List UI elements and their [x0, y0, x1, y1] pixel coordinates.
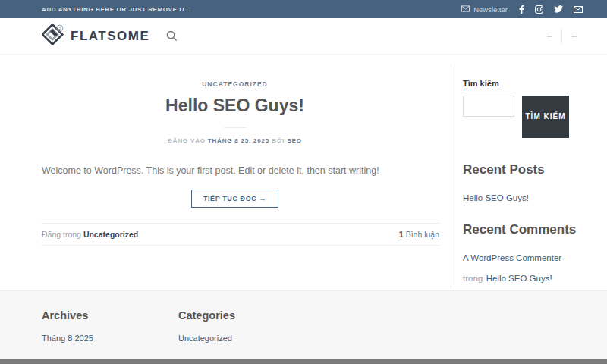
header-right-dash[interactable]	[571, 36, 577, 37]
categories-widget: Categories Uncategorized	[178, 309, 315, 359]
posted-in-label: Đăng trong	[42, 230, 81, 239]
posted-in: Đăng trong Uncategorized	[42, 230, 138, 239]
newsletter-link[interactable]: Newsletter	[461, 5, 508, 14]
topbar-right: Newsletter	[461, 5, 583, 14]
post-author-link[interactable]: SEO	[287, 137, 301, 144]
facebook-icon[interactable]	[519, 5, 524, 14]
by-label: BỞI	[272, 137, 285, 144]
search-input[interactable]	[463, 96, 514, 117]
post-date-link[interactable]: THÁNG 8 25, 2025	[208, 137, 269, 144]
topbar: ADD ANYTHING HERE OR JUST REMOVE IT... N…	[0, 0, 607, 18]
main-content: UNCATEGORIZED Hello SEO Guys! ĐĂNG VÀO T…	[0, 55, 607, 288]
sidebar: Tìm kiếm TÌM KIẾM Recent Posts Hello SEO…	[451, 65, 577, 288]
logo-text: FLATSOME	[71, 29, 149, 44]
header-right	[547, 18, 577, 54]
comments-label: Bình luận	[406, 230, 439, 239]
header-divider	[561, 28, 562, 45]
read-more-wrap: TIẾP TỤC ĐỌC →	[30, 190, 439, 208]
archives-title: Archives	[42, 309, 178, 322]
recent-posts-widget: Recent Posts Hello SEO Guys!	[463, 162, 577, 207]
comments-count: 1	[399, 230, 404, 239]
list-item: Hello SEO Guys!	[463, 187, 577, 207]
topbar-message: ADD ANYTHING HERE OR JUST REMOVE IT...	[42, 6, 191, 13]
comments-link[interactable]: 1 Bình luận	[399, 230, 439, 239]
post-footer-meta: Đăng trong Uncategorized 1 Bình luận	[42, 223, 439, 246]
site-header: 3 FLATSOME	[0, 18, 607, 55]
post-excerpt: Welcome to WordPress. This is your first…	[30, 165, 439, 176]
comment-post-link[interactable]: Hello SEO Guys!	[486, 271, 552, 287]
recent-posts-list: Hello SEO Guys!	[463, 187, 577, 207]
post-header: UNCATEGORIZED Hello SEO Guys! ĐĂNG VÀO T…	[30, 65, 439, 144]
comment-in-label: trong	[463, 274, 483, 283]
site-footer: Archives Tháng 8 2025 Categories Uncateg…	[0, 290, 607, 359]
twitter-icon[interactable]	[554, 5, 563, 13]
search-label: Tìm kiếm	[463, 79, 499, 88]
post-meta: ĐĂNG VÀO THÁNG 8 25, 2025 BỞI SEO	[30, 137, 439, 144]
flatsome-diamond-logo-icon: 3	[42, 24, 64, 49]
list-item: A WordPress Commenter trong Hello SEO Gu…	[463, 246, 577, 287]
posted-on-label: ĐĂNG VÀO	[168, 137, 206, 144]
newsletter-label: Newsletter	[473, 5, 508, 14]
search-row: TÌM KIẾM	[463, 96, 577, 138]
recent-comments-title: Recent Comments	[463, 222, 577, 237]
page: ADD ANYTHING HERE OR JUST REMOVE IT... N…	[0, 0, 607, 364]
categories-title: Categories	[178, 309, 315, 322]
read-more-button[interactable]: TIẾP TỤC ĐỌC →	[191, 190, 278, 208]
archive-link[interactable]: Tháng 8 2025	[42, 334, 93, 343]
social-icons	[519, 5, 583, 14]
email-icon[interactable]	[574, 6, 583, 13]
post-category-link[interactable]: UNCATEGORIZED	[202, 80, 268, 88]
archives-widget: Archives Tháng 8 2025	[42, 309, 178, 359]
recent-comments-list: A WordPress Commenter trong Hello SEO Gu…	[463, 246, 577, 287]
recent-posts-title: Recent Posts	[463, 162, 577, 177]
absolute-footer-bar	[0, 359, 607, 364]
search-submit-button[interactable]: TÌM KIẾM	[522, 96, 569, 138]
recent-post-link[interactable]: Hello SEO Guys!	[463, 191, 529, 206]
header-right-dash[interactable]	[547, 36, 552, 37]
posted-in-category-link[interactable]: Uncategorized	[83, 230, 138, 239]
search-icon[interactable]	[166, 30, 178, 42]
site-logo[interactable]: 3 FLATSOME	[42, 24, 149, 49]
search-widget: Tìm kiếm TÌM KIẾM	[463, 76, 577, 138]
instagram-icon[interactable]	[535, 5, 543, 14]
recent-comments-widget: Recent Comments A WordPress Commenter tr…	[463, 222, 577, 287]
post-column: UNCATEGORIZED Hello SEO Guys! ĐĂNG VÀO T…	[30, 65, 451, 288]
comment-author-link[interactable]: A WordPress Commenter	[463, 251, 561, 266]
category-link[interactable]: Uncategorized	[178, 334, 232, 343]
post-divider	[224, 127, 247, 128]
svg-text:3: 3	[58, 25, 61, 30]
post-title: Hello SEO Guys!	[30, 96, 439, 116]
envelope-icon	[461, 5, 470, 14]
